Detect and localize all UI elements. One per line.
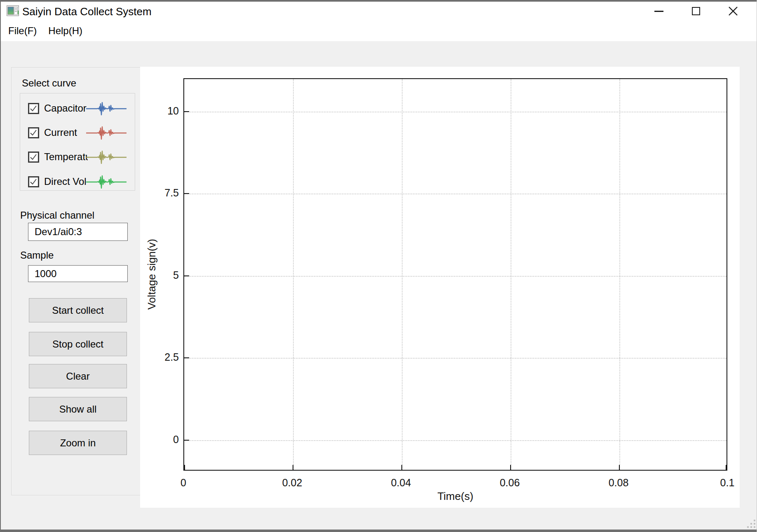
check-icon	[29, 153, 38, 161]
y-tick-label-2_5: 2.5	[146, 350, 179, 364]
x-tick-label-0: 0	[161, 475, 206, 490]
capacitor-checkbox[interactable]	[28, 103, 39, 114]
tick-mark	[184, 465, 185, 470]
tick-mark	[184, 440, 189, 441]
tick-mark	[401, 465, 402, 470]
minimize-button[interactable]	[646, 2, 672, 21]
gridline-x-0_06	[511, 79, 511, 470]
zoom-in-button[interactable]: Zoom in	[29, 431, 127, 455]
window-bottom-border	[1, 530, 757, 532]
tick-mark	[184, 111, 189, 112]
gridline-y-0	[184, 440, 727, 441]
current-checkbox[interactable]	[28, 127, 39, 138]
physical-channel-input[interactable]	[28, 223, 128, 241]
curve-row-capacitor: Capacitor	[20, 101, 135, 117]
content-area: Select curve Capacitor Current	[1, 41, 757, 530]
select-curve-label: Select curve	[22, 77, 76, 89]
title-bar[interactable]: Saiyin Data Collect System	[1, 2, 757, 21]
tick-mark	[293, 465, 293, 470]
curve-row-direct-voltage: Direct Vol	[20, 174, 135, 190]
app-window: Saiyin Data Collect System File(F) Help(…	[0, 0, 757, 532]
curve-select-group: Capacitor Current	[20, 93, 135, 191]
menu-bar: File(F) Help(H)	[1, 21, 757, 41]
show-all-button[interactable]: Show all	[29, 397, 127, 421]
x-tick-label-0_1: 0.1	[705, 475, 750, 490]
minimize-icon	[654, 11, 663, 12]
clear-button[interactable]: Clear	[29, 364, 127, 388]
gridline-y-5	[184, 276, 727, 277]
tick-mark	[184, 275, 189, 276]
plot-area[interactable]	[183, 78, 727, 471]
check-icon	[29, 104, 38, 113]
y-tick-label-0: 0	[146, 432, 179, 447]
x-tick-label-0_08: 0.08	[596, 475, 641, 490]
tick-mark	[510, 465, 511, 470]
y-tick-label-7_5: 7.5	[146, 185, 179, 200]
stop-collect-button[interactable]: Stop collect	[29, 332, 127, 356]
gridline-y-2_5	[184, 358, 727, 359]
chart-panel: 10 7.5 5 2.5 0 0 0.02 0.04 0.06 0.08 0.1…	[140, 67, 740, 508]
temperature-checkbox[interactable]	[28, 152, 39, 163]
y-axis-label: Voltage sign(v)	[145, 219, 159, 330]
window-title: Saiyin Data Collect System	[22, 5, 152, 18]
app-icon	[7, 5, 19, 16]
check-icon	[29, 128, 38, 137]
gridline-y-10	[184, 112, 727, 112]
control-sidebar: Select curve Capacitor Current	[11, 67, 144, 495]
tick-mark	[726, 465, 727, 470]
temperature-curve-icon	[85, 150, 127, 165]
gridline-x-0_04	[402, 79, 403, 470]
tick-mark	[184, 193, 189, 194]
tick-mark	[184, 357, 189, 358]
curve-row-current: Current	[20, 125, 135, 141]
x-tick-label-0_04: 0.04	[378, 475, 424, 490]
sample-input[interactable]	[28, 265, 128, 282]
maximize-icon	[692, 7, 700, 15]
close-icon	[728, 6, 738, 16]
direct-voltage-checkbox[interactable]	[28, 176, 39, 187]
current-label: Current	[44, 127, 88, 138]
direct-voltage-curve-icon	[85, 175, 127, 189]
current-curve-icon	[85, 126, 127, 140]
capacitor-label: Capacitor	[44, 103, 88, 114]
sample-label: Sample	[20, 250, 54, 261]
x-tick-label-0_06: 0.06	[487, 475, 532, 490]
temperature-label: Temperatu	[44, 151, 88, 163]
menu-help[interactable]: Help(H)	[44, 23, 87, 38]
direct-voltage-label: Direct Vol	[44, 176, 88, 187]
gridline-y-7_5	[184, 194, 727, 194]
x-tick-label-0_02: 0.02	[270, 475, 315, 490]
gridline-x-0_02	[293, 79, 294, 470]
y-tick-label-10: 10	[146, 103, 179, 118]
resize-grip[interactable]	[747, 520, 756, 529]
x-axis-label: Time(s)	[437, 490, 473, 503]
capacitor-curve-icon	[85, 101, 127, 116]
start-collect-button[interactable]: Start collect	[29, 298, 127, 322]
physical-channel-label: Physical channel	[20, 210, 94, 221]
gridline-x-0_08	[619, 79, 620, 470]
menu-file[interactable]: File(F)	[4, 23, 41, 38]
close-button[interactable]	[720, 2, 746, 21]
curve-row-temperature: Temperatu	[20, 149, 135, 165]
check-icon	[29, 177, 38, 186]
tick-mark	[619, 465, 620, 470]
maximize-button[interactable]	[683, 2, 709, 21]
